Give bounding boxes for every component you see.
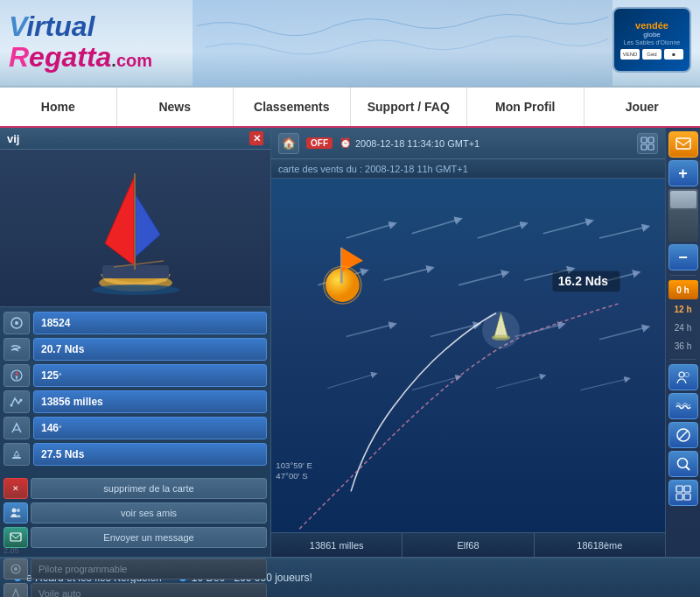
time-btn-24h[interactable]: 24 h [668, 319, 698, 336]
auto-sail-button[interactable]: Voile auto [31, 583, 267, 597]
sidebar-divider-1 [670, 275, 696, 276]
svg-line-28 [543, 221, 591, 234]
sponsor-3: ■ [664, 49, 683, 60]
svg-point-47 [482, 312, 520, 349]
programmable-pilot-button[interactable]: Pilote programmable [31, 558, 267, 579]
sidebar-divider-2 [670, 359, 696, 360]
svg-line-38 [599, 327, 647, 340]
logo-r: R [9, 41, 29, 73]
logo-v: V [9, 11, 26, 42]
sidebar-action-button[interactable] [668, 131, 698, 158]
time-btn-36h[interactable]: 36 h [668, 337, 698, 355]
svg-rect-21 [641, 137, 647, 143]
svg-point-14 [12, 509, 17, 513]
settings-sidebar-button[interactable] [668, 480, 698, 506]
time-block: 0 h 12 h 24 h 36 h [668, 280, 698, 355]
svg-line-39 [327, 374, 374, 388]
svg-point-46 [324, 266, 361, 304]
svg-marker-45 [341, 248, 363, 272]
svg-line-31 [384, 268, 431, 280]
map-stat-distance: 13861 milles [271, 533, 402, 557]
close-panel-button[interactable]: ✕ [249, 131, 263, 145]
stat-row-distance: 13856 milles [4, 390, 267, 414]
svg-line-59 [686, 467, 690, 470]
stat-icon-compass [4, 364, 30, 387]
stat-row-score: 18524 [4, 311, 267, 335]
logo-irtual: irtual [26, 11, 94, 42]
stat-icon-heading [4, 417, 30, 439]
vendee-location: Les Sables d'Olonne [624, 39, 680, 46]
svg-line-33 [524, 269, 571, 280]
time-btn-12h[interactable]: 12 h [668, 300, 698, 318]
action-remove: ✕ supprimer de la carte [4, 477, 267, 500]
see-friends-button[interactable]: voir ses amis [31, 502, 267, 523]
svg-line-29 [599, 227, 647, 238]
map-stat-rank: 18618ème [535, 533, 665, 557]
sailboat-svg [83, 160, 188, 296]
home-toolbar-button[interactable]: 🏠 [278, 133, 299, 154]
map-svg: 16.2 Nds 103°59' E 47°00' S [271, 179, 665, 532]
svg-point-15 [17, 509, 20, 512]
zoom-out-button[interactable]: − [668, 244, 698, 270]
status-badge: OFF [306, 137, 332, 149]
players-sidebar-button[interactable] [668, 364, 698, 390]
pilot-icon [4, 558, 28, 579]
logo-com: com [116, 51, 152, 70]
vendee-globe-badge: vendée globe Les Sables d'Olonne VEND Gé… [612, 7, 691, 73]
svg-text:16.2 Nds: 16.2 Nds [558, 274, 608, 288]
svg-text:103°59' E: 103°59' E [276, 460, 312, 470]
svg-rect-13 [12, 457, 21, 459]
sponsor-1: VEND [620, 49, 640, 60]
svg-line-27 [478, 224, 525, 238]
stat-icon-wind [4, 338, 30, 361]
svg-line-41 [496, 376, 543, 389]
nav-profil[interactable]: Mon Profil [467, 88, 584, 126]
map-area[interactable]: 16.2 Nds 103°59' E 47°00' S [271, 179, 665, 532]
svg-rect-62 [676, 494, 682, 500]
nav-home[interactable]: Home [0, 88, 117, 126]
send-message-button[interactable]: Envoyer un message [31, 527, 267, 548]
time-header-0h[interactable]: 0 h [668, 280, 698, 299]
right-sidebar: + − 0 h 12 h 24 h 36 h [665, 128, 700, 557]
app-header: Virtual Regatta.com vendée globe Les Sab… [0, 0, 700, 88]
stat-icon-boat-speed [4, 443, 30, 466]
no-sidebar-button[interactable] [668, 422, 698, 448]
stat-value-wind: 20.7 Nds [33, 338, 267, 361]
nav-jouer[interactable]: Jouer [584, 88, 701, 126]
main-nav: Home News Classements Support / FAQ Mon … [0, 88, 700, 128]
message-action-icon [4, 527, 28, 548]
vendee-globe-text: globe [643, 31, 661, 39]
zoom-in-button[interactable]: + [668, 160, 698, 186]
stat-row-boat-speed: 27.5 Nds [4, 442, 267, 467]
svg-text:47°00' S: 47°00' S [276, 471, 307, 481]
svg-point-10 [10, 404, 13, 407]
svg-line-35 [346, 325, 394, 337]
zoom-strip[interactable] [668, 189, 698, 242]
waves-sidebar-button[interactable] [668, 393, 698, 419]
remove-from-map-button[interactable]: supprimer de la carte [31, 478, 267, 499]
svg-marker-8 [16, 370, 18, 376]
clock-icon: ⏰ [340, 137, 352, 149]
svg-point-58 [677, 459, 687, 468]
action-message: Envoyer un message [4, 526, 267, 549]
panel-header: vij ✕ [0, 128, 270, 150]
svg-rect-23 [641, 144, 647, 150]
stats-panel: 18524 20.7 Nds 125° 13856 [0, 307, 270, 470]
svg-rect-22 [648, 137, 654, 143]
toolbar-settings-button[interactable] [637, 133, 658, 154]
nav-support[interactable]: Support / FAQ [351, 88, 468, 126]
friends-icon [4, 502, 28, 523]
svg-point-18 [14, 567, 18, 571]
zoom-search-button[interactable] [668, 451, 698, 477]
stat-value-heading: 146° [33, 417, 267, 439]
stat-value-score: 18524 [33, 312, 267, 334]
nav-classements[interactable]: Classements [234, 88, 351, 126]
map-stat-user: Elf68 [402, 533, 534, 557]
nav-news[interactable]: News [117, 88, 234, 126]
sail-auto-icon [4, 583, 28, 597]
svg-rect-61 [684, 486, 690, 492]
stat-value-distance: 13856 milles [33, 390, 267, 413]
panel-username: vij [7, 132, 19, 145]
feature-sail-auto: Voile auto [4, 582, 267, 597]
map-subtitle: carte des vents du : 2008-12-18 11h GMT+… [271, 159, 665, 179]
